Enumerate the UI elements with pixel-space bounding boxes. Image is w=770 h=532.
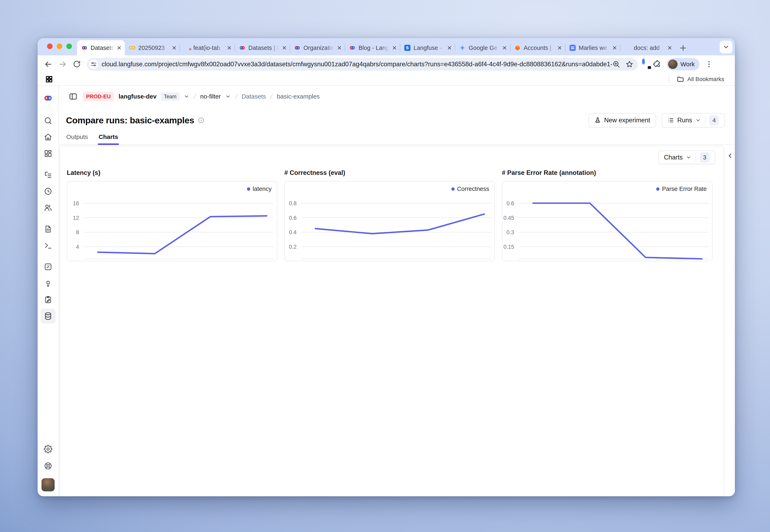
fullscreen-window-button[interactable] [66,44,72,49]
sidebar-item-support[interactable] [44,461,53,470]
chart-correctness: # Correctness (eval) Correctness 0.80.60… [284,169,495,261]
all-bookmarks-button[interactable]: All Bookmarks [687,76,724,83]
close-tab-icon[interactable] [667,45,672,50]
minimize-window-button[interactable] [57,44,62,49]
tab-charts[interactable]: Charts [99,133,118,144]
svg-text:0.8: 0.8 [289,200,297,206]
sidebar-item-insights[interactable] [44,279,53,288]
close-tab-icon[interactable] [392,45,397,50]
sidebar-item-users[interactable] [44,203,53,212]
langfuse-favicon-icon [294,45,301,51]
svg-text:0.15: 0.15 [503,244,514,250]
back-icon[interactable] [44,60,53,69]
tab-datasets-active[interactable]: Datasets | L [77,40,125,55]
langfuse-favicon-icon [81,45,88,51]
browser-profile-chip[interactable]: Work [667,58,700,70]
sidebar-item-playground[interactable] [44,241,53,250]
org-name[interactable]: langfuse-dev [118,93,156,100]
forward-icon[interactable] [58,60,67,69]
sidebar-rail [38,86,59,496]
tab-list: Datasets | L CO 20250923 × feat(io-tab D… [77,38,688,55]
blue-ledger-favicon-icon [569,45,576,51]
langfuse-logo-icon[interactable] [44,94,53,103]
tab-datasets-2[interactable]: Datasets | L [235,40,290,55]
sidebar-item-evaluation[interactable] [44,262,53,271]
colab-favicon-icon: CO [129,45,135,51]
tab-organization[interactable]: Organizatio [290,40,345,55]
tab-search-button[interactable] [720,41,732,53]
tab-label: feat(io-tab [193,45,225,51]
extension-badge-icon[interactable] [642,60,651,69]
collapse-panel-icon[interactable] [727,152,734,159]
browser-menu-icon[interactable] [705,60,713,68]
sidebar-item-dashboards[interactable] [44,149,53,158]
environment-badge[interactable]: PROD-EU [83,92,114,101]
svg-text:4: 4 [76,244,79,250]
chart-area: Correctness 0.80.60.40.2 [284,181,495,261]
sidebar-item-prompts[interactable] [44,225,53,234]
close-window-button[interactable] [47,44,53,49]
tab-outputs[interactable]: Outputs [66,133,88,144]
info-icon[interactable] [198,117,205,124]
breadcrumb-dataset-name[interactable]: basic-examples [277,93,320,100]
sidebar-item-annotation[interactable] [44,295,53,304]
charts-panel: Charts 3 Latency (s) la [59,145,735,496]
project-name[interactable]: no-filter [200,93,221,100]
close-tab-icon[interactable] [337,45,342,50]
extensions-puzzle-icon[interactable] [653,60,661,68]
sidebar-item-sessions[interactable] [44,187,53,196]
bookmarks-bar: All Bookmarks [38,73,735,86]
breadcrumb-datasets-link[interactable]: Datasets [242,93,266,100]
reload-icon[interactable] [72,60,81,69]
sidebar-item-settings[interactable] [44,445,53,454]
close-tab-icon[interactable] [447,45,452,50]
github-favicon-icon [624,45,631,51]
bookmark-star-icon[interactable] [626,60,633,68]
tab-github-docs[interactable]: docs: add [620,40,675,55]
sidebar-item-home[interactable] [44,133,53,142]
close-tab-icon[interactable] [116,45,122,50]
chevron-down-icon[interactable] [184,94,189,99]
charts-selector-button[interactable]: Charts 3 [658,151,715,164]
close-tab-icon[interactable] [502,45,507,50]
chart-title: Latency (s) [67,169,277,177]
chevron-down-icon [695,118,701,123]
tab-calendar[interactable]: 6 Langfuse - [400,40,455,55]
user-avatar[interactable] [41,478,55,491]
sidebar-toggle-icon[interactable] [69,92,77,101]
site-settings-icon[interactable] [89,60,98,69]
sidebar-item-datasets[interactable] [41,309,55,323]
divider [695,153,696,162]
url-bar[interactable]: cloud.langfuse.com/project/cmfwgv8fx002o… [87,58,638,71]
tab-marlies[interactable]: Marlies we [565,40,620,55]
sidebar-item-tracing[interactable] [44,170,53,179]
sidebar-item-search[interactable] [44,116,53,125]
close-tab-icon[interactable] [171,45,177,50]
calendar-favicon-icon: 6 [404,45,411,51]
tab-blog[interactable]: Blog - Lang [345,40,400,55]
new-experiment-button[interactable]: New experiment [589,113,656,127]
tab-gemini[interactable]: Google Ge [455,40,510,55]
close-tab-icon[interactable] [282,45,287,50]
chart-latency: Latency (s) latency 161284 [67,169,277,261]
chevron-down-icon[interactable] [226,94,231,99]
tab-colab[interactable]: CO 20250923 [125,40,180,55]
gemini-favicon-icon [459,45,466,51]
charts-count-badge: 3 [700,152,709,163]
url-text[interactable]: cloud.langfuse.com/project/cmfwgv8fx002o… [101,61,613,68]
tab-github-pr[interactable]: × feat(io-tab [180,40,235,55]
list-icon [668,117,674,124]
new-tab-button[interactable] [679,44,688,53]
close-tab-icon[interactable] [612,45,617,50]
close-tab-icon[interactable] [227,45,232,50]
apps-grid-icon[interactable] [45,75,53,83]
svg-text:12: 12 [73,215,79,221]
tab-accounts[interactable]: Accounts | [510,40,565,55]
zoom-page-icon[interactable] [613,60,620,68]
close-tab-icon[interactable] [557,45,562,50]
svg-text:0.6: 0.6 [289,215,297,221]
tab-label: Marlies we [579,45,611,51]
runs-count-badge: 4 [709,115,719,125]
tab-label: Accounts | [524,45,555,51]
runs-selector-button[interactable]: Runs 4 [662,113,725,127]
